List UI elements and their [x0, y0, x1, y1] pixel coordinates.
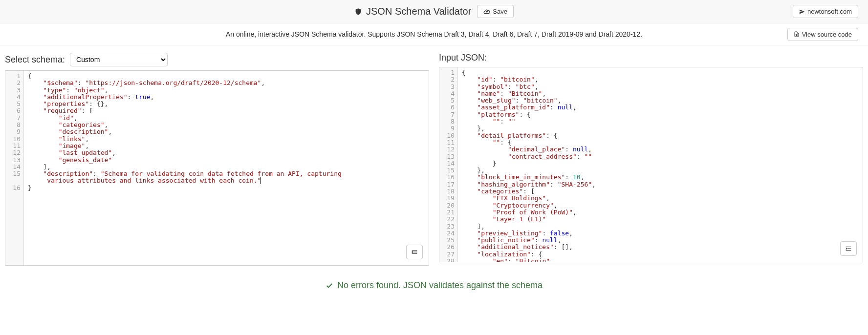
json-pane-label: Input JSON:	[439, 53, 487, 63]
topbar-center: JSON Schema Validator Save	[354, 5, 514, 18]
json-code[interactable]: { "id": "bitcoin", "symbol": "btc", "nam…	[458, 67, 863, 262]
topbar-right: newtonsoft.com	[793, 5, 858, 18]
result-bar: No errors found. JSON validates against …	[0, 273, 868, 298]
indent-icon	[411, 249, 418, 255]
save-label: Save	[493, 8, 507, 15]
result-text: No errors found. JSON validates against …	[326, 280, 542, 291]
result-message: No errors found. JSON validates against …	[337, 280, 542, 291]
description-text: An online, interactive JSON Schema valid…	[226, 30, 642, 38]
external-link-text: newtonsoft.com	[807, 8, 852, 15]
paper-plane-icon	[799, 9, 805, 15]
description-bar: An online, interactive JSON Schema valid…	[0, 23, 868, 45]
save-button[interactable]: Save	[477, 5, 514, 18]
schema-pane-label: Select schema:	[5, 55, 65, 65]
cloud-upload-icon	[483, 8, 490, 15]
view-source-label: View source code	[802, 31, 852, 38]
file-icon	[794, 31, 800, 37]
check-icon	[326, 282, 333, 290]
external-link-button[interactable]: newtonsoft.com	[793, 5, 858, 18]
json-pane: Input JSON: 1234567891011121314151617181…	[439, 53, 863, 266]
schema-pane: Select schema: Custom 123456789101112131…	[5, 53, 429, 266]
main: Select schema: Custom 123456789101112131…	[0, 45, 868, 273]
json-pane-header: Input JSON:	[439, 53, 863, 63]
json-gutter: 1234567891011121314151617181920212223242…	[439, 67, 458, 262]
schema-select[interactable]: Custom	[70, 53, 168, 66]
app-title: JSON Schema Validator	[354, 6, 471, 17]
schema-format-button[interactable]	[406, 245, 423, 259]
schema-pane-header: Select schema: Custom	[5, 53, 429, 66]
schema-editor[interactable]: 123456789101112131415 16 { "$schema": "h…	[5, 70, 429, 266]
json-editor[interactable]: 1234567891011121314151617181920212223242…	[439, 67, 863, 262]
view-source-button[interactable]: View source code	[787, 28, 858, 41]
app-title-text: JSON Schema Validator	[366, 6, 471, 17]
shield-icon	[354, 7, 362, 16]
indent-icon	[845, 245, 852, 252]
topbar: JSON Schema Validator Save newtonsoft.co…	[0, 0, 868, 23]
schema-code[interactable]: { "$schema": "https://json-schema.org/dr…	[24, 71, 429, 265]
schema-gutter: 123456789101112131415 16	[5, 71, 24, 265]
json-format-button[interactable]	[840, 241, 857, 256]
